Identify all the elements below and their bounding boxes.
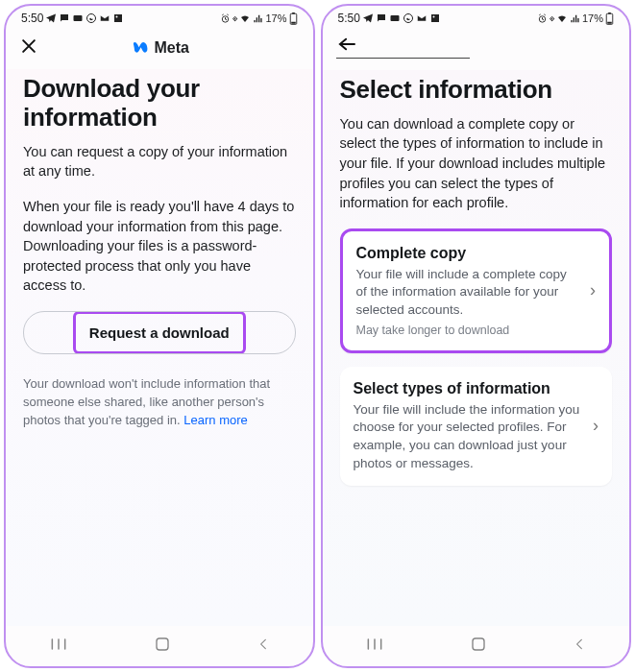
whatsapp-icon <box>85 12 97 24</box>
option-select-types[interactable]: Select types of information Your file wi… <box>340 367 613 487</box>
battery-icon <box>289 12 298 25</box>
nfc-icon: ⟐ <box>232 13 237 23</box>
option-title: Select types of information <box>354 380 584 397</box>
top-bar <box>323 27 630 70</box>
content-area: Download your information You can reques… <box>6 69 313 626</box>
svg-rect-11 <box>431 14 439 22</box>
option-complete-copy[interactable]: Complete copy Your file will include a c… <box>340 228 613 353</box>
battery-percent: 17% <box>582 12 603 24</box>
option-subtitle: Your file will include a complete copy o… <box>356 266 581 320</box>
svg-rect-7 <box>291 21 296 23</box>
svg-rect-6 <box>292 12 295 13</box>
android-navbar <box>6 626 313 666</box>
battery-percent: 17% <box>265 12 286 24</box>
page-title: Download your information <box>23 75 296 132</box>
svg-point-10 <box>403 14 412 23</box>
android-navbar <box>323 626 630 666</box>
highlight-box: Request a download <box>73 311 246 354</box>
phone-screenshot-1: 5:50 ⟐ <box>4 4 315 668</box>
option-note: May take longer to download <box>356 324 581 337</box>
svg-rect-9 <box>390 15 399 21</box>
status-bar: 5:50 ⟐ <box>6 6 313 27</box>
gallery-icon <box>429 12 441 24</box>
signal-icon <box>570 13 580 24</box>
intro-text-2: When your file is ready you'll have 4 da… <box>23 197 296 296</box>
gallery-icon <box>112 12 124 24</box>
card-icon <box>72 12 84 24</box>
brand-text: Meta <box>155 39 189 57</box>
status-bar: 5:50 ⟐ 17% <box>323 6 630 27</box>
chevron-right-icon: › <box>593 416 598 436</box>
gmail-icon <box>99 12 110 24</box>
chevron-right-icon: › <box>590 280 596 300</box>
request-download-button[interactable]: Request a download <box>79 317 240 348</box>
close-icon[interactable] <box>19 36 46 60</box>
intro-text: You can download a complete copy or sele… <box>340 114 613 213</box>
footer-note: Your download won't include information … <box>23 375 296 430</box>
wifi-icon <box>556 12 568 24</box>
recent-apps-button[interactable] <box>365 637 384 655</box>
learn-more-link[interactable]: Learn more <box>183 413 247 427</box>
home-button[interactable] <box>154 636 171 657</box>
telegram-icon <box>362 12 374 24</box>
svg-point-12 <box>432 16 434 18</box>
back-arrow-icon[interactable] <box>336 38 357 55</box>
telegram-icon <box>45 12 57 24</box>
status-time: 5:50 <box>338 12 360 25</box>
phone-screenshot-2: 5:50 ⟐ 17% Select information You can do… <box>321 4 632 668</box>
svg-rect-15 <box>608 12 611 13</box>
whatsapp-icon <box>403 12 414 24</box>
svg-rect-17 <box>473 638 484 650</box>
page-title: Select information <box>340 76 613 105</box>
back-button[interactable] <box>573 637 586 655</box>
gmail-icon <box>416 12 427 24</box>
nfc-icon: ⟐ <box>550 13 554 23</box>
card-icon <box>389 12 401 24</box>
chat-icon <box>59 12 70 24</box>
content-area: Select information You can download a co… <box>323 70 630 626</box>
divider-line <box>336 58 471 59</box>
svg-rect-16 <box>607 21 612 23</box>
signal-icon <box>253 13 263 24</box>
chat-icon <box>376 12 387 24</box>
svg-rect-0 <box>74 15 83 21</box>
alarm-icon <box>220 13 231 24</box>
wifi-icon <box>239 12 251 24</box>
recent-apps-button[interactable] <box>49 637 68 655</box>
back-button[interactable] <box>256 637 270 655</box>
svg-rect-2 <box>114 14 122 22</box>
svg-point-1 <box>87 14 96 23</box>
svg-point-3 <box>116 16 118 18</box>
top-bar: Meta <box>6 27 313 69</box>
battery-icon <box>605 12 614 25</box>
status-time: 5:50 <box>21 12 43 25</box>
home-button[interactable] <box>470 636 487 657</box>
option-subtitle: Your file will include the information y… <box>354 401 584 473</box>
intro-text-1: You can request a copy of your informati… <box>23 142 296 181</box>
svg-rect-8 <box>157 638 168 650</box>
alarm-icon <box>537 13 548 24</box>
meta-logo: Meta <box>130 39 189 57</box>
option-title: Complete copy <box>356 245 581 262</box>
